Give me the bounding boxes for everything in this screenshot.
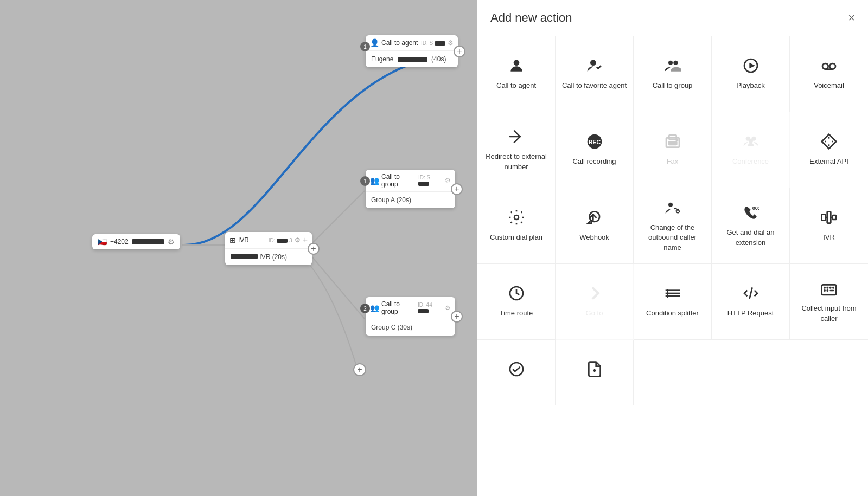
svg-marker-22: [822, 134, 837, 149]
bottom-add-button[interactable]: +: [353, 363, 366, 376]
action-label-condition: Condition splitter: [646, 308, 699, 318]
action-label-ivr: IVR: [823, 233, 835, 242]
call-agent-icon: 👤: [370, 38, 379, 47]
action-call-to-favorite-agent[interactable]: Call to favorite agent: [556, 36, 634, 112]
svg-text:001: 001: [752, 205, 759, 211]
ivr-icon: [820, 209, 838, 226]
svg-point-28: [668, 203, 673, 207]
call-group1-plus[interactable]: +: [451, 183, 463, 195]
action-time-route[interactable]: Time route: [477, 264, 556, 340]
call-group1-dot: 1: [360, 176, 370, 186]
ivr-settings-icon[interactable]: ⚙: [295, 236, 301, 244]
svg-point-11: [829, 63, 835, 69]
action-call-to-agent[interactable]: Call to agent: [477, 36, 556, 112]
conference-icon: [742, 133, 760, 150]
call-group1-icon: 👥: [370, 176, 379, 185]
action-label-favorite-agent: Call to favorite agent: [562, 81, 627, 91]
action-check-circle[interactable]: [477, 340, 556, 405]
call-agent-plus[interactable]: +: [454, 46, 465, 57]
action-label-voicemail: Voicemail: [814, 81, 844, 91]
gear-icon: [508, 209, 525, 226]
call-agent-title: Call to agent: [381, 39, 418, 47]
ivr-title: IVR: [238, 236, 249, 244]
action-collect-input[interactable]: Collect input from caller: [790, 264, 868, 340]
action-get-dial-extension[interactable]: 001 Get and dial an extension: [712, 188, 790, 264]
svg-text:REC: REC: [588, 139, 601, 146]
action-playback[interactable]: Playback: [712, 36, 790, 112]
action-label-get-dial: Get and dial an extension: [717, 228, 784, 247]
ivr-body: IVR (20s): [225, 249, 312, 265]
svg-line-2: [310, 255, 365, 319]
ivr-id: ID: 3: [269, 237, 292, 243]
call-agent-node: 1 👤 Call to agent ID: S ⚙ Eugene (40s) +: [366, 35, 458, 67]
action-grid: Call to agent Call to favorite agent Cal…: [477, 36, 868, 405]
svg-point-21: [749, 139, 753, 143]
call-group1-gear[interactable]: ⚙: [445, 177, 451, 184]
action-label-call-to-agent: Call to agent: [496, 81, 536, 91]
svg-point-4: [513, 60, 519, 66]
svg-marker-9: [749, 63, 755, 69]
call-group2-body: Group C (30s): [366, 319, 455, 336]
clock-icon: [508, 285, 525, 302]
call-group2-dot: 2: [360, 304, 370, 313]
redirect-icon: [508, 128, 525, 145]
svg-rect-30: [822, 215, 826, 221]
svg-rect-32: [833, 215, 837, 220]
ivr-node-icon: ⊞: [229, 236, 236, 244]
action-label-change-outbound: Change of the outbound caller name: [639, 223, 706, 253]
action-condition-splitter[interactable]: Condition splitter: [634, 264, 712, 340]
action-label-external-api: External API: [809, 157, 848, 166]
action-voicemail[interactable]: Voicemail: [790, 36, 868, 112]
action-label-conference: Conference: [732, 157, 769, 166]
action-ivr[interactable]: IVR: [790, 188, 868, 264]
call-group2-id: ID: 44: [418, 302, 443, 314]
action-label-custom-dial: Custom dial plan: [490, 233, 542, 242]
svg-line-1: [310, 191, 365, 245]
call-group1-id: ID: S: [418, 175, 443, 186]
call-agent-gear[interactable]: ⚙: [448, 39, 454, 47]
action-redirect[interactable]: Redirect to external number: [477, 112, 556, 188]
flag-icon: 🇨🇿: [98, 237, 107, 246]
call-agent-header: 👤 Call to agent ID: S ⚙: [366, 35, 458, 51]
code-icon: [742, 285, 760, 302]
action-external-api[interactable]: External API: [790, 112, 868, 188]
action-change-outbound[interactable]: Change of the outbound caller name: [634, 188, 712, 264]
action-http-request[interactable]: HTTP Request: [712, 264, 790, 340]
call-group2-plus[interactable]: +: [451, 311, 463, 323]
action-custom-dial-plan[interactable]: Custom dial plan: [477, 188, 556, 264]
call-group2-header: 👥 Call to group ID: 44 ⚙: [366, 297, 455, 319]
action-file-plus[interactable]: [556, 340, 634, 405]
svg-point-10: [822, 63, 828, 69]
action-fax[interactable]: Fax: [634, 112, 712, 188]
action-label-fax: Fax: [667, 157, 679, 166]
call-agent-duration: (40s): [431, 55, 446, 63]
diamond-icon: [820, 133, 838, 150]
panel-close-button[interactable]: ×: [848, 12, 855, 24]
ivr-plus-button[interactable]: +: [308, 243, 320, 255]
phone-number-bar: [132, 239, 164, 244]
call-group1-header: 👥 Call to group ID: S ⚙: [366, 170, 455, 192]
svg-point-18: [676, 139, 678, 141]
phone-number: +4202: [110, 238, 129, 246]
play-circle-icon: [742, 57, 760, 74]
fax-icon: [664, 133, 681, 150]
action-label-go-to: Go to: [586, 308, 603, 318]
action-label-time-route: Time route: [500, 308, 533, 318]
phone-gear-icon[interactable]: ⚙: [168, 237, 175, 246]
voicemail-icon: [820, 57, 838, 74]
ivr-add-icon[interactable]: +: [303, 235, 308, 245]
call-group1-node: 1 👥 Call to group ID: S ⚙ Group A (20s) …: [366, 170, 455, 208]
call-group2-node: 2 👥 Call to group ID: 44 ⚙ Group C (30s)…: [366, 297, 455, 336]
action-call-to-group[interactable]: Call to group: [634, 36, 712, 112]
action-webhook[interactable]: Webhook: [556, 188, 634, 264]
condition-icon: [664, 285, 681, 302]
call-agent-body: Eugene (40s): [366, 51, 458, 67]
action-call-recording[interactable]: REC Call recording: [556, 112, 634, 188]
call-group2-icon: 👥: [370, 304, 379, 312]
call-group1-body: Group A (20s): [366, 192, 455, 208]
call-group2-label: Group C (30s): [371, 324, 412, 331]
call-group2-gear[interactable]: ⚙: [445, 304, 451, 312]
svg-point-6: [668, 61, 673, 65]
action-label-webhook: Webhook: [579, 233, 609, 242]
call-agent-name: Eugene: [371, 55, 393, 63]
